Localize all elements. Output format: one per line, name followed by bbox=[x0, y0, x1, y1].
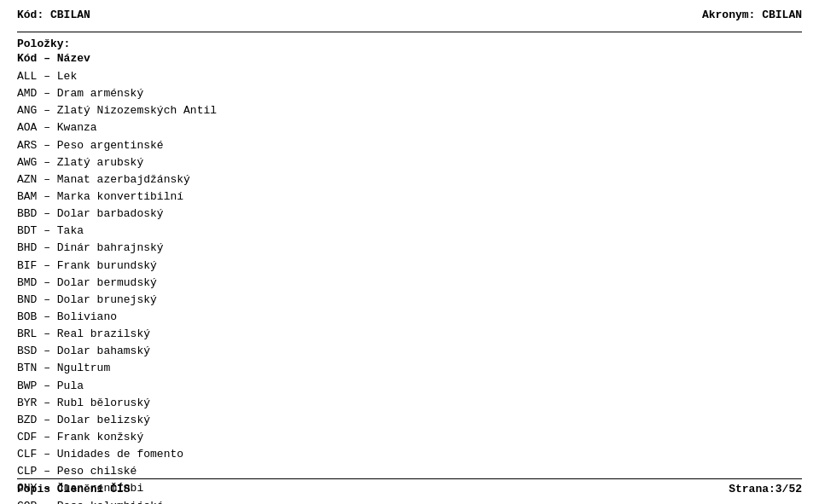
header-divider bbox=[17, 32, 802, 32]
list-item: BSD – Dolar bahamský bbox=[17, 343, 802, 360]
list-item: BIF – Frank burundský bbox=[17, 258, 802, 275]
list-item: ANG – Zlatý Nizozemských Antil bbox=[17, 102, 802, 119]
list-item: BBD – Dolar barbadoský bbox=[17, 206, 802, 223]
page-header: Kód: CBILAN Akronym: CBILAN bbox=[17, 9, 802, 25]
list-item: BZD – Dolar belizský bbox=[17, 412, 802, 429]
footer-right: Strana:3/52 bbox=[729, 483, 802, 495]
list-item: BMD – Dolar bermudský bbox=[17, 275, 802, 292]
list-item: BWP – Pula bbox=[17, 378, 802, 395]
list-item: CLF – Unidades de fomento bbox=[17, 446, 802, 463]
list-item: COP – Peso kolumbijské bbox=[17, 498, 802, 504]
footer-left: Popis Členění ČÍS bbox=[17, 483, 131, 495]
page-footer: Popis Členění ČÍS Strana:3/52 bbox=[17, 478, 802, 495]
list-item: BDT – Taka bbox=[17, 223, 802, 240]
list-item: ALL – Lek bbox=[17, 68, 802, 85]
list-item: ARS – Peso argentinské bbox=[17, 137, 802, 154]
kod-label: Kód: CBILAN bbox=[17, 9, 90, 21]
list-item: BRL – Real brazilský bbox=[17, 326, 802, 343]
list-item: AZN – Manat azerbajdžánský bbox=[17, 171, 802, 188]
list-item: BND – Dolar brunejský bbox=[17, 292, 802, 309]
list-item: BTN – Ngultrum bbox=[17, 360, 802, 377]
column-header: Kód – Název bbox=[17, 52, 802, 65]
list-item: BAM – Marka konvertibilní bbox=[17, 188, 802, 206]
list-item: BHD – Dinár bahrajnský bbox=[17, 240, 802, 257]
list-item: CDF – Frank konžský bbox=[17, 429, 802, 446]
polozky-title: Položky: bbox=[17, 38, 802, 50]
akronym-label: Akronym: CBILAN bbox=[702, 9, 802, 21]
list-item: AMD – Dram arménský bbox=[17, 85, 802, 102]
list-item: BYR – Rubl běloruský bbox=[17, 395, 802, 412]
items-list: ALL – LekAMD – Dram arménskýANG – Zlatý … bbox=[17, 68, 802, 504]
list-item: AWG – Zlatý arubský bbox=[17, 154, 802, 171]
list-item: BOB – Boliviano bbox=[17, 309, 802, 326]
list-item: AOA – Kwanza bbox=[17, 119, 802, 136]
